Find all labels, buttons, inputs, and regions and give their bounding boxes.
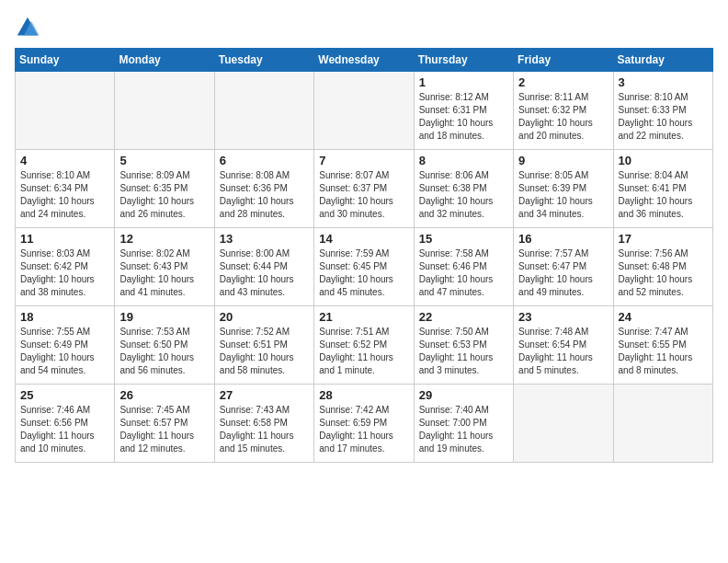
day-cell — [514, 385, 613, 463]
day-cell: 10Sunrise: 8:04 AMSunset: 6:41 PMDayligh… — [613, 150, 712, 228]
day-cell: 17Sunrise: 7:56 AMSunset: 6:48 PMDayligh… — [613, 228, 712, 306]
day-number: 18 — [20, 310, 109, 324]
day-number: 14 — [319, 232, 408, 246]
day-info: Sunrise: 7:57 AMSunset: 6:47 PMDaylight:… — [518, 247, 608, 299]
day-info: Sunrise: 8:03 AMSunset: 6:42 PMDaylight:… — [20, 247, 109, 299]
weekday-header-saturday: Saturday — [613, 49, 712, 72]
day-number: 15 — [419, 232, 508, 246]
day-number: 24 — [619, 310, 708, 324]
day-cell: 20Sunrise: 7:52 AMSunset: 6:51 PMDayligh… — [214, 306, 313, 385]
day-cell: 19Sunrise: 7:53 AMSunset: 6:50 PMDayligh… — [115, 306, 214, 385]
day-number: 12 — [119, 232, 209, 246]
weekday-header-row: SundayMondayTuesdayWednesdayThursdayFrid… — [16, 49, 713, 72]
day-cell — [613, 385, 712, 463]
day-cell: 22Sunrise: 7:50 AMSunset: 6:53 PMDayligh… — [414, 306, 513, 385]
day-number: 11 — [20, 232, 109, 246]
day-info: Sunrise: 7:58 AMSunset: 6:46 PMDaylight:… — [419, 247, 508, 299]
week-row-3: 18Sunrise: 7:55 AMSunset: 6:49 PMDayligh… — [16, 306, 713, 385]
day-info: Sunrise: 7:56 AMSunset: 6:48 PMDaylight:… — [619, 247, 708, 299]
header — [15, 15, 713, 40]
day-number: 16 — [518, 232, 608, 246]
day-cell: 11Sunrise: 8:03 AMSunset: 6:42 PMDayligh… — [16, 228, 115, 306]
day-cell: 18Sunrise: 7:55 AMSunset: 6:49 PMDayligh… — [16, 306, 115, 385]
day-number: 4 — [20, 154, 109, 167]
day-number: 6 — [220, 154, 309, 167]
day-cell: 25Sunrise: 7:46 AMSunset: 6:56 PMDayligh… — [16, 385, 115, 463]
day-cell: 14Sunrise: 7:59 AMSunset: 6:45 PMDayligh… — [314, 228, 414, 306]
calendar-table: SundayMondayTuesdayWednesdayThursdayFrid… — [15, 48, 713, 463]
day-info: Sunrise: 7:55 AMSunset: 6:49 PMDaylight:… — [20, 326, 109, 377]
day-info: Sunrise: 8:11 AMSunset: 6:32 PMDaylight:… — [518, 91, 608, 143]
day-cell: 5Sunrise: 8:09 AMSunset: 6:35 PMDaylight… — [115, 150, 214, 228]
day-cell — [115, 72, 214, 150]
day-cell: 1Sunrise: 8:12 AMSunset: 6:31 PMDaylight… — [414, 72, 513, 150]
day-cell: 3Sunrise: 8:10 AMSunset: 6:33 PMDaylight… — [613, 72, 712, 150]
day-info: Sunrise: 7:42 AMSunset: 6:59 PMDaylight:… — [319, 404, 408, 455]
day-number: 29 — [419, 388, 508, 402]
day-cell: 7Sunrise: 8:07 AMSunset: 6:37 PMDaylight… — [314, 150, 414, 228]
day-info: Sunrise: 8:00 AMSunset: 6:44 PMDaylight:… — [220, 247, 309, 299]
day-cell: 4Sunrise: 8:10 AMSunset: 6:34 PMDaylight… — [16, 150, 115, 228]
day-info: Sunrise: 8:07 AMSunset: 6:37 PMDaylight:… — [319, 169, 408, 221]
day-info: Sunrise: 8:12 AMSunset: 6:31 PMDaylight:… — [419, 91, 508, 143]
weekday-header-friday: Friday — [514, 49, 613, 72]
day-cell: 9Sunrise: 8:05 AMSunset: 6:39 PMDaylight… — [514, 150, 613, 228]
day-cell: 29Sunrise: 7:40 AMSunset: 7:00 PMDayligh… — [414, 385, 513, 463]
day-number: 5 — [119, 154, 209, 167]
day-number: 1 — [419, 75, 508, 89]
day-info: Sunrise: 8:08 AMSunset: 6:36 PMDaylight:… — [220, 169, 309, 221]
day-info: Sunrise: 7:53 AMSunset: 6:50 PMDaylight:… — [119, 326, 209, 377]
day-cell: 28Sunrise: 7:42 AMSunset: 6:59 PMDayligh… — [314, 385, 414, 463]
day-cell: 15Sunrise: 7:58 AMSunset: 6:46 PMDayligh… — [414, 228, 513, 306]
week-row-0: 1Sunrise: 8:12 AMSunset: 6:31 PMDaylight… — [16, 72, 713, 150]
day-info: Sunrise: 8:02 AMSunset: 6:43 PMDaylight:… — [119, 247, 209, 299]
day-number: 25 — [20, 388, 109, 402]
day-number: 28 — [319, 388, 408, 402]
day-cell: 21Sunrise: 7:51 AMSunset: 6:52 PMDayligh… — [314, 306, 414, 385]
day-cell: 13Sunrise: 8:00 AMSunset: 6:44 PMDayligh… — [214, 228, 313, 306]
weekday-header-wednesday: Wednesday — [314, 49, 414, 72]
day-cell: 27Sunrise: 7:43 AMSunset: 6:58 PMDayligh… — [214, 385, 313, 463]
day-info: Sunrise: 8:10 AMSunset: 6:34 PMDaylight:… — [20, 169, 109, 221]
day-number: 13 — [220, 232, 309, 246]
day-number: 20 — [220, 310, 309, 324]
week-row-4: 25Sunrise: 7:46 AMSunset: 6:56 PMDayligh… — [16, 385, 713, 463]
logo — [15, 15, 44, 40]
day-number: 22 — [419, 310, 508, 324]
day-number: 23 — [518, 310, 608, 324]
day-info: Sunrise: 7:43 AMSunset: 6:58 PMDaylight:… — [220, 404, 309, 455]
day-cell: 8Sunrise: 8:06 AMSunset: 6:38 PMDaylight… — [414, 150, 513, 228]
day-number: 26 — [119, 388, 209, 402]
page: SundayMondayTuesdayWednesdayThursdayFrid… — [0, 0, 728, 472]
weekday-header-thursday: Thursday — [414, 49, 513, 72]
weekday-header-sunday: Sunday — [16, 49, 115, 72]
day-info: Sunrise: 7:40 AMSunset: 7:00 PMDaylight:… — [419, 404, 508, 455]
day-info: Sunrise: 7:52 AMSunset: 6:51 PMDaylight:… — [220, 326, 309, 377]
day-number: 8 — [419, 154, 508, 167]
day-cell: 26Sunrise: 7:45 AMSunset: 6:57 PMDayligh… — [115, 385, 214, 463]
day-cell — [16, 72, 115, 150]
day-number: 9 — [518, 154, 608, 167]
day-info: Sunrise: 8:09 AMSunset: 6:35 PMDaylight:… — [119, 169, 209, 221]
day-cell: 24Sunrise: 7:47 AMSunset: 6:55 PMDayligh… — [613, 306, 712, 385]
day-info: Sunrise: 7:47 AMSunset: 6:55 PMDaylight:… — [619, 326, 708, 377]
logo-icon — [15, 15, 40, 40]
day-info: Sunrise: 7:48 AMSunset: 6:54 PMDaylight:… — [518, 326, 608, 377]
day-info: Sunrise: 8:06 AMSunset: 6:38 PMDaylight:… — [419, 169, 508, 221]
day-cell: 2Sunrise: 8:11 AMSunset: 6:32 PMDaylight… — [514, 72, 613, 150]
day-number: 17 — [619, 232, 708, 246]
day-number: 19 — [119, 310, 209, 324]
day-number: 2 — [518, 75, 608, 89]
weekday-header-monday: Monday — [115, 49, 214, 72]
day-info: Sunrise: 7:50 AMSunset: 6:53 PMDaylight:… — [419, 326, 508, 377]
day-cell: 12Sunrise: 8:02 AMSunset: 6:43 PMDayligh… — [115, 228, 214, 306]
day-info: Sunrise: 7:59 AMSunset: 6:45 PMDaylight:… — [319, 247, 408, 299]
day-cell — [214, 72, 313, 150]
week-row-2: 11Sunrise: 8:03 AMSunset: 6:42 PMDayligh… — [16, 228, 713, 306]
day-cell: 23Sunrise: 7:48 AMSunset: 6:54 PMDayligh… — [514, 306, 613, 385]
day-cell — [314, 72, 414, 150]
day-info: Sunrise: 7:51 AMSunset: 6:52 PMDaylight:… — [319, 326, 408, 377]
weekday-header-tuesday: Tuesday — [214, 49, 313, 72]
day-number: 3 — [619, 75, 708, 89]
day-number: 7 — [319, 154, 408, 167]
